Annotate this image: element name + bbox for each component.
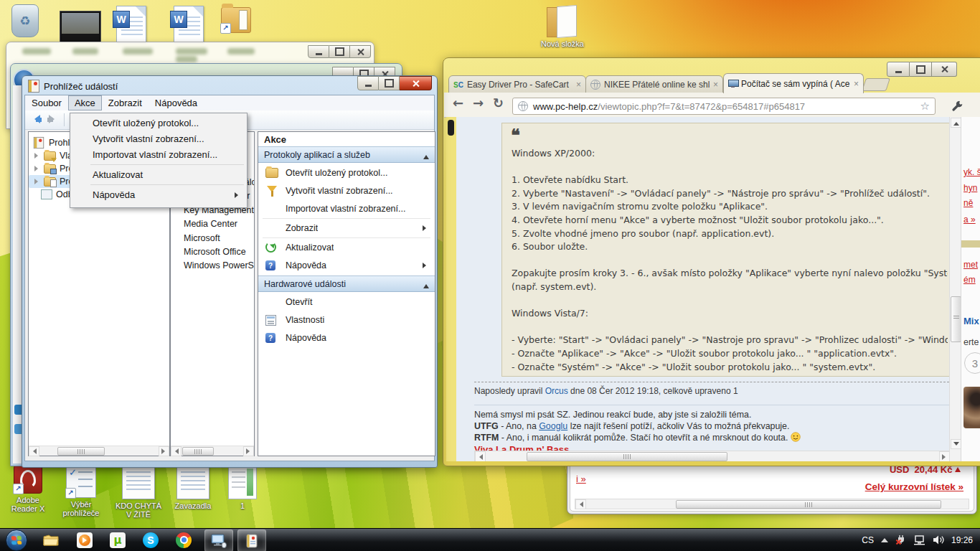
scroll-down-button[interactable] [951, 439, 961, 449]
maximize-button[interactable] [329, 45, 350, 58]
desktop-icon-word-doc-2[interactable]: W [174, 6, 204, 43]
menu-action[interactable]: Akce [68, 95, 102, 110]
desktop-icon-kdo-chyta[interactable]: KDO CHYTÁ V ŽITĚ [112, 465, 165, 519]
action-create-custom-view[interactable]: Vytvořit vlastní zobrazení... [258, 182, 435, 199]
taskbar-media-player[interactable] [71, 529, 98, 550]
action-help[interactable]: ? Nápověda [258, 257, 435, 274]
menu-file[interactable]: Soubor [25, 95, 68, 110]
tab-pc-help-active[interactable]: Počítač se sám vypíná ( Ace × [723, 73, 864, 93]
address-bar[interactable]: www.pc-help.cz/viewtopic.php?f=7&t=87472… [512, 98, 936, 115]
scroll-right-button[interactable] [939, 451, 950, 461]
desktop-icon-word-doc-1[interactable]: W [116, 6, 146, 43]
menu-create-custom-view[interactable]: Vytvořit vlastní zobrazení... [71, 131, 246, 146]
action-refresh[interactable]: Aktualizovat [258, 239, 435, 256]
desktop-icon-1[interactable]: 1 [224, 465, 261, 510]
action-help-2[interactable]: ? Nápověda [258, 329, 435, 347]
expand-arrow-icon[interactable] [34, 179, 41, 184]
close-button[interactable] [400, 76, 432, 90]
action-view[interactable]: Zobrazit [258, 220, 435, 237]
desktop-icon-photo[interactable] [60, 11, 100, 42]
action-open-saved-log[interactable]: Otevřít uložený protokol... [258, 164, 435, 182]
collapse-icon[interactable] [423, 152, 429, 159]
partial-link[interactable]: i » [576, 474, 586, 484]
minimize-button[interactable] [887, 62, 910, 77]
list-item[interactable]: Microsoft Office [184, 245, 254, 258]
sidebar-link-fragment[interactable]: a » [963, 215, 976, 225]
chrome-window[interactable]: SC Easy Driver Pro - SafeCart × NIKEE Př… [443, 57, 980, 466]
language-indicator[interactable]: CS [862, 535, 874, 545]
list-horizontal-scrollbar[interactable] [171, 446, 254, 456]
scrollbar-thumb[interactable] [57, 447, 105, 456]
tree-horizontal-scrollbar[interactable] [29, 446, 169, 456]
show-hidden-icons-button[interactable] [881, 534, 888, 542]
device-error-plug-icon[interactable] [895, 534, 906, 545]
sidebar-link-fragment[interactable]: met [963, 260, 978, 270]
horizontal-scrollbar[interactable] [575, 499, 969, 509]
action-import-custom-view[interactable]: Importovat vlastní zobrazení... [258, 200, 435, 217]
wrench-menu-button[interactable] [944, 98, 970, 113]
scrollbar-thumb[interactable] [182, 447, 214, 456]
user-link[interactable]: Orcus [545, 386, 568, 396]
menu-help[interactable]: Nápověda [71, 187, 246, 202]
desktop-icon-adobe-reader[interactable]: ↗ Adobe Reader X [4, 465, 52, 513]
network-icon[interactable] [913, 535, 925, 545]
minimize-button[interactable] [308, 45, 329, 58]
taskbar-explorer[interactable] [37, 529, 65, 550]
menu-open-saved-log[interactable]: Otevřít uložený protokol... [71, 115, 246, 131]
menu-help[interactable]: Nápověda [149, 95, 204, 110]
expand-arrow-icon[interactable] [34, 153, 41, 159]
tab-close-icon[interactable]: × [576, 80, 581, 90]
full-rates-link[interactable]: Celý kurzovní lístek » [865, 481, 963, 492]
reload-button[interactable]: ↻ [493, 95, 504, 110]
forward-arrow-icon[interactable] [47, 115, 59, 124]
back-button[interactable]: ← [453, 95, 463, 110]
collapse-icon[interactable] [423, 281, 429, 288]
taskbar-remote-screen-app[interactable] [204, 529, 233, 551]
list-item[interactable]: Media Center [184, 217, 254, 230]
google-link[interactable]: Googlu [539, 421, 567, 431]
scroll-left-button[interactable] [171, 446, 182, 456]
scroll-left-button[interactable] [29, 446, 39, 456]
sidebar-link-fragment[interactable]: yk. š [963, 167, 980, 177]
scroll-right-button[interactable] [159, 446, 169, 456]
close-button[interactable] [932, 62, 957, 77]
scrollbar-thumb[interactable] [527, 452, 727, 461]
forum-vertical-scrollbar[interactable] [949, 117, 961, 461]
scrollbar-thumb[interactable] [676, 500, 941, 509]
menu-import-custom-view[interactable]: Importovat vlastní zobrazení... [71, 146, 246, 162]
menu-refresh[interactable]: Aktualizovat [71, 166, 246, 182]
desktop-icon-browser-choice[interactable]: ✓ ↗ Výběr prohlížeče [57, 465, 105, 517]
event-viewer-window[interactable]: Prohlížeč událostí Soubor Akce Zobrazit … [22, 75, 438, 468]
desktop-icon-zavazadla[interactable]: Zavazadla [168, 465, 218, 510]
taskbar-event-viewer[interactable] [237, 529, 266, 551]
bookmark-star-icon[interactable]: ☆ [920, 100, 930, 113]
scrollbar-thumb[interactable] [951, 296, 961, 342]
forward-button[interactable]: → [473, 95, 484, 110]
taskbar-skype[interactable]: S [137, 529, 164, 550]
scroll-left-button[interactable] [575, 499, 586, 509]
maximize-button[interactable] [910, 62, 932, 77]
tab-nikee[interactable]: NIKEE Přátelé online ke shle × [585, 75, 723, 94]
action-properties[interactable]: Vlastnosti [258, 311, 435, 329]
sidebar-link-fragment[interactable]: ém [963, 275, 976, 285]
volume-icon[interactable] [933, 535, 944, 545]
list-item[interactable]: Windows PowerShell [184, 259, 254, 272]
sidebar-link-fragment[interactable]: hyn [963, 183, 977, 193]
desktop-icon-recycle-bin[interactable]: ♻ [11, 4, 39, 37]
taskbar-chrome[interactable] [170, 529, 197, 550]
menu-view[interactable]: Zobrazit [102, 95, 149, 110]
start-button[interactable] [6, 529, 27, 551]
clock[interactable]: 19:26 [951, 535, 973, 545]
expand-arrow-icon[interactable] [34, 166, 41, 171]
tab-close-icon[interactable]: × [713, 80, 718, 90]
desktop-icon-folder-shortcut[interactable]: ↗ [221, 7, 251, 33]
sidebar-link-fragment[interactable]: ně [963, 198, 973, 208]
scroll-up-button[interactable] [951, 118, 961, 128]
minimize-button[interactable] [357, 76, 379, 90]
desktop-icon-new-folder[interactable]: Nová složka [532, 4, 593, 48]
list-item[interactable]: Microsoft [184, 232, 254, 245]
scroll-right-button[interactable] [243, 446, 254, 456]
action-open[interactable]: Otevřít [258, 293, 435, 311]
tab-close-icon[interactable]: × [854, 79, 859, 89]
actions-section-hardware-events[interactable]: Hardwarové události [258, 276, 435, 292]
